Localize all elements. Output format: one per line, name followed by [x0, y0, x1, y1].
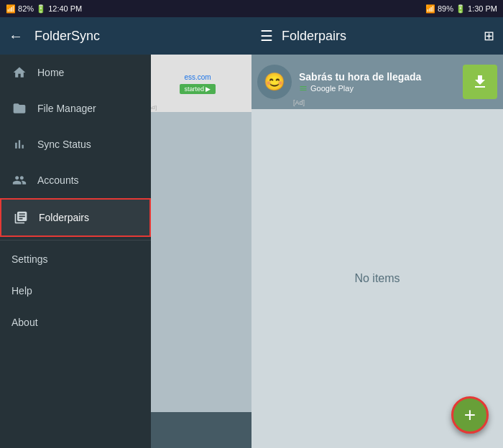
sidebar-item-help[interactable]: Help [0, 275, 151, 307]
sidebar-item-label-file-manager: File Manager [37, 103, 96, 114]
sidebar-item-label-help: Help [11, 285, 32, 297]
home-icon [11, 65, 27, 80]
back-button[interactable]: ← [9, 28, 23, 45]
status-bar-left: 📶 82% 🔋 12:40 PM [0, 0, 251, 17]
sidebar-item-sync-status[interactable]: Sync Status [0, 126, 151, 162]
app-title-left: FolderSync [34, 29, 100, 44]
add-folderpair-fab[interactable]: + [451, 396, 489, 434]
sidebar-item-label-settings: Settings [11, 253, 48, 265]
add-icon: + [464, 405, 476, 425]
accounts-icon [11, 172, 27, 188]
download-button[interactable] [463, 65, 497, 99]
nav-divider [0, 240, 151, 241]
status-right-icons: 📶 89% 🔋 1:30 PM [425, 4, 497, 14]
sidebar-item-file-manager[interactable]: File Manager [0, 90, 151, 126]
app-bar-right: ☰ Folderpairs ⊞ [251, 17, 503, 55]
sidebar-item-label-sync-status: Sync Status [37, 139, 91, 150]
ad-label: [Ad] [293, 99, 305, 106]
empty-message: No items [354, 272, 400, 285]
sidebar-item-label-folderpairs: Folderpairs [39, 212, 89, 223]
waze-title: Sabrás tu hora de llegada [299, 71, 456, 83]
menu-button[interactable]: ☰ [260, 27, 273, 45]
main-panel: 😊 Sabrás tu hora de llegada Google Play … [251, 55, 503, 448]
folderpairs-icon [13, 210, 29, 225]
sidebar-item-label-about: About [11, 317, 38, 328]
status-bar-right: 📶 89% 🔋 1:30 PM [251, 0, 503, 17]
waze-ad-banner: 😊 Sabrás tu hora de llegada Google Play … [251, 55, 503, 109]
sidebar-item-about[interactable]: About [0, 307, 151, 338]
status-left-icons: 📶 82% 🔋 12:40 PM [6, 4, 82, 14]
navigation-drawer: Home File Manager Sync Status Accounts [0, 55, 151, 448]
sidebar-item-accounts[interactable]: Accounts [0, 162, 151, 198]
sidebar-item-folderpairs[interactable]: Folderpairs [0, 198, 151, 237]
sidebar-item-home[interactable]: Home [0, 55, 151, 90]
sync-status-icon [11, 136, 27, 152]
waze-icon: 😊 [257, 65, 292, 99]
file-manager-icon [11, 101, 27, 116]
app-title-right: Folderpairs [282, 29, 346, 44]
app-bar-left: ← FolderSync [0, 17, 251, 55]
grid-button[interactable]: ⊞ [484, 28, 494, 44]
ad-area: ess.com started ▶ [Ad] [144, 55, 251, 112]
sidebar-item-label-accounts: Accounts [37, 174, 79, 186]
sidebar-item-label-home: Home [37, 67, 64, 78]
waze-text-content: Sabrás tu hora de llegada Google Play [299, 71, 456, 93]
sidebar-item-settings[interactable]: Settings [0, 243, 151, 275]
waze-subtitle: Google Play [299, 84, 456, 93]
